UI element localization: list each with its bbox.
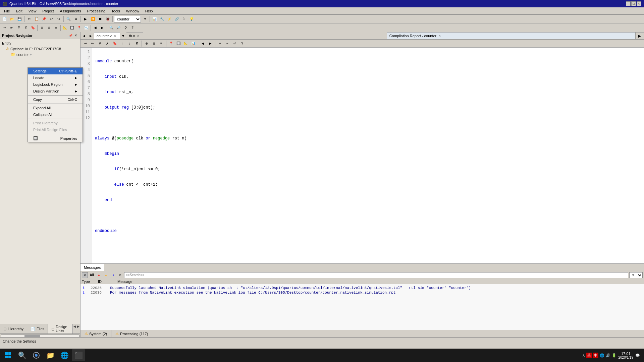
taskbar-cortana[interactable]	[30, 349, 43, 361]
ctx-copy[interactable]: Copy Ctrl+C	[28, 96, 83, 103]
zoom-in-btn[interactable]: 🔍	[108, 24, 115, 31]
unindent-btn[interactable]: ⇤	[8, 24, 15, 31]
bookmark-btn[interactable]: 🔖	[30, 24, 36, 31]
ctx-locate[interactable]: Locate ▶	[28, 74, 83, 81]
open-file-btn[interactable]: 📂	[9, 16, 15, 22]
title-bar-controls[interactable]: ─ □ ✕	[626, 1, 641, 6]
project-dropdown[interactable]: counter	[114, 16, 141, 22]
ctx-design-partition[interactable]: Design Partition ▶	[28, 88, 83, 95]
msg-search-input[interactable]	[124, 272, 628, 278]
rtl-view-btn[interactable]: 📐	[62, 24, 68, 31]
code-content[interactable]: ⊟module counter( input clk, input rst_n,…	[92, 48, 644, 263]
zoom-out-btn[interactable]: 🔎	[115, 24, 122, 31]
minimize-button[interactable]: ─	[626, 1, 631, 6]
ctx-settings[interactable]: Settings... Ctrl+Shift+E	[28, 68, 83, 74]
settings-btn[interactable]: ⚙	[72, 16, 79, 22]
menu-assignments[interactable]: Assignments	[57, 8, 84, 14]
tab-nav-right[interactable]: ▶	[76, 324, 80, 329]
close-button[interactable]: ✕	[637, 1, 641, 6]
tab-nav-left-btn[interactable]: ◀	[80, 33, 87, 39]
filter-warn-btn[interactable]: ▲	[103, 272, 109, 278]
code-next-bm-btn[interactable]: ↓	[126, 40, 133, 47]
compilation-tab-close[interactable]: ✕	[438, 34, 442, 38]
fold-more-btn[interactable]: ≡	[158, 40, 165, 47]
pin-planner-btn[interactable]: 📍	[76, 24, 83, 31]
run-btn[interactable]: ⏩	[90, 16, 96, 22]
tab-nav-left[interactable]: ◀	[73, 324, 76, 329]
zoom-in-ed-btn[interactable]: +	[217, 40, 223, 47]
panel-pin-icon[interactable]: 📌	[68, 33, 73, 38]
ctx-properties[interactable]: 🔲 Properties	[28, 135, 83, 142]
nav-fwd-btn[interactable]: ▶	[99, 24, 106, 31]
asm-btn[interactable]: 🔗	[173, 16, 180, 22]
code-indent-btn[interactable]: ⇥	[82, 40, 89, 47]
ctx-expand-all[interactable]: Expand All	[28, 105, 83, 111]
volume-icon[interactable]: 🔊	[606, 353, 610, 358]
more-btn[interactable]: ≡	[53, 24, 59, 31]
menu-tools[interactable]: Tools	[109, 8, 123, 14]
counter-v-tab[interactable]: counter.v ✕	[94, 32, 120, 39]
fold-btn[interactable]: ⊕	[143, 40, 150, 47]
compilation-tab[interactable]: Compilation Report - counter ✕	[387, 32, 636, 39]
cut-btn[interactable]: ✂	[26, 16, 33, 22]
taskbar-clock[interactable]: 17:01 2020/1/19	[619, 352, 634, 359]
analyze-btn[interactable]: 📊	[151, 16, 158, 22]
filter-all-btn[interactable]: All	[89, 272, 95, 278]
files-tab[interactable]: 📄 Files	[27, 324, 48, 334]
processing-tab[interactable]: ⚠ Processing (117)	[111, 330, 152, 337]
fold-all-btn[interactable]: ⊕	[39, 24, 45, 31]
tab-nav-right-btn[interactable]: ▶	[87, 33, 94, 39]
locator-btn[interactable]: 📍	[168, 40, 174, 47]
menu-window[interactable]: Window	[123, 8, 142, 14]
hierarchy-tab[interactable]: ⊞ Hierarchy	[0, 324, 27, 334]
left-h-scrollbar[interactable]	[1, 335, 79, 337]
battery-icon[interactable]: 🔋	[612, 353, 616, 358]
counter-item[interactable]: 📁 counter ▶	[1, 52, 79, 57]
code-editor[interactable]: 1 2 3 4 5 6 7 8 9 10 11 12 ⊟module count…	[80, 48, 644, 263]
notification-icon[interactable]: 💬	[635, 353, 640, 358]
messages-tab[interactable]: Messages	[80, 264, 104, 271]
design-units-tab[interactable]: ◻ Design Units	[48, 324, 73, 334]
code-prev-bm-btn[interactable]: ↑	[119, 40, 125, 47]
indent-btn[interactable]: ⇥	[1, 24, 8, 31]
fit-btn[interactable]: ⚡	[166, 16, 173, 22]
taskbar-edge[interactable]: 🌐	[58, 349, 71, 361]
menu-edit[interactable]: Edit	[13, 8, 25, 14]
new-file-btn[interactable]: 📄	[1, 16, 8, 22]
start-button[interactable]	[1, 349, 15, 361]
filter-suppressed-btn[interactable]: ⊘	[117, 272, 123, 278]
chip-planner-btn[interactable]: 🔲	[175, 40, 182, 47]
unfold-all-btn[interactable]: ⊖	[151, 40, 157, 47]
tb-v-tab-close[interactable]: ✕	[136, 34, 140, 38]
ctx-logiclock[interactable]: LogicLock Region ▶	[28, 81, 83, 88]
find-btn[interactable]: 🔍	[65, 16, 72, 22]
code-uncomment-btn[interactable]: ✗	[104, 40, 111, 47]
system-tab[interactable]: ⚠ System (2)	[80, 330, 111, 337]
code-comment-btn[interactable]: //	[97, 40, 103, 47]
stop-btn[interactable]: ⏹	[97, 16, 104, 22]
program-btn[interactable]: 💡	[188, 16, 195, 22]
code-bookmark-btn[interactable]: 🔖	[111, 40, 118, 47]
help-btn[interactable]: ?	[129, 24, 136, 31]
nav-back-btn[interactable]: ◀	[200, 40, 206, 47]
maximize-button[interactable]: □	[631, 1, 636, 6]
chip-editor-btn[interactable]: 🔲	[69, 24, 75, 31]
undo-btn[interactable]: ↩	[48, 16, 55, 22]
unfold-btn[interactable]: ⊖	[46, 24, 52, 31]
paste-btn[interactable]: 📌	[41, 16, 47, 22]
synthesize-btn[interactable]: 🔧	[159, 16, 165, 22]
filter-close-btn[interactable]: ✕	[82, 272, 88, 278]
menu-processing[interactable]: Processing	[85, 8, 108, 14]
signaltap-btn[interactable]: 📉	[83, 24, 90, 31]
taskbar-files[interactable]: 📁	[44, 349, 57, 361]
line-wrap-btn[interactable]: ⏎	[231, 40, 238, 47]
menu-file[interactable]: File	[1, 8, 13, 14]
code-outdent-btn[interactable]: ⇤	[89, 40, 96, 47]
search-hier-btn[interactable]: ⚲	[122, 24, 129, 31]
timing-btn[interactable]: ⏱	[181, 16, 187, 22]
code-clr-bm-btn[interactable]: ✘	[133, 40, 140, 47]
taskbar-search[interactable]: 🔍	[15, 349, 29, 361]
device-item[interactable]: ⚠ Cyclone IV E: EP4CE22F17C8	[1, 46, 79, 52]
tb-v-tab[interactable]: tb.v ✕	[126, 32, 144, 39]
nav-back-btn[interactable]: ◀	[92, 24, 99, 31]
